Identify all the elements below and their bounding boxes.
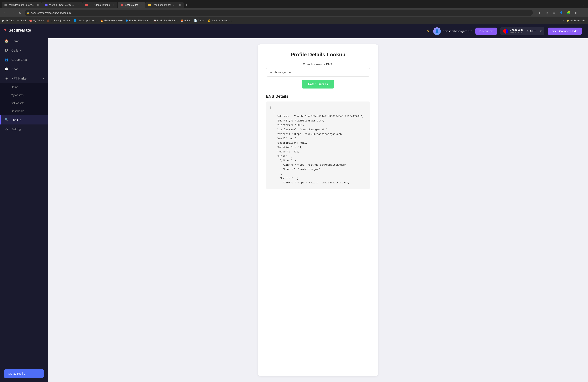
subnav-dashboard[interactable]: Dashboard [0, 107, 48, 115]
main-inner: Profile Details Lookup Enter Address or … [48, 38, 588, 382]
tab-close-securemate[interactable]: ✕ [140, 4, 142, 6]
address-bar[interactable]: 🔒 securemate.vercel.app/app/lookup [25, 10, 533, 16]
tab-label-github: sambitsargam/SecureMate: S... [9, 4, 35, 6]
open-connect-modal-button[interactable]: Open Connect Modal [547, 28, 582, 35]
tab-label-ethglobal: ETHGlobal Istanbul [90, 4, 110, 6]
forward-button[interactable]: → [10, 11, 16, 15]
menu-icon[interactable]: ⋮ [580, 10, 586, 16]
lookup-icon: 🔍 [5, 118, 9, 122]
bookmark-remix[interactable]: 🔷 Remix - Ethereum... [126, 19, 151, 22]
logo-text: SecureMate [9, 28, 31, 33]
bookmark-jsalgo[interactable]: 📘 JavaScript Algorit... [73, 19, 98, 22]
extension-icon[interactable]: 🧩 [566, 10, 571, 16]
disconnect-button[interactable]: Disconnect [475, 28, 497, 35]
fetch-details-button[interactable]: Fetch Details [302, 80, 335, 89]
subnav-home[interactable]: Home [0, 83, 48, 91]
user-info: 👤 dev.sambitsargam.eth [433, 27, 472, 35]
lookup-card: Profile Details Lookup Enter Address or … [258, 44, 378, 376]
groupchat-icon: 👥 [5, 58, 9, 61]
tab-icon-github [4, 4, 7, 6]
chat-icon: 💬 [5, 67, 9, 71]
input-label: Enter Address or ENS: [266, 62, 370, 66]
tab-github[interactable]: sambitsargam/SecureMate: S... ✕ [1, 1, 42, 8]
tab-logomaker[interactable]: Free Logo Maker - Get Custo... ✕ [146, 1, 184, 8]
tab-ethglobal[interactable]: ETHGlobal Istanbul ✕ [83, 1, 117, 8]
sidebar-item-chat[interactable]: 💬 Chat [0, 64, 48, 74]
bookmark-gitlab[interactable]: 🦊 GitLab [180, 19, 191, 22]
tab-icon-logomaker [148, 4, 151, 6]
bookmark-linkedin[interactable]: 💼 (2) Feed | LinkedIn [47, 19, 71, 22]
sidebar-item-gallery[interactable]: 🖼 Gallery [0, 46, 48, 55]
create-profile-button[interactable]: Create Profile + [4, 369, 44, 378]
bookmarks-bar: ▶ YouTube ✉ Gmail 🐙 My Github 💼 (2) Feed… [0, 17, 588, 24]
subnav-myassets[interactable]: My Assets [0, 91, 48, 99]
main-content: Profile Details Lookup Enter Address or … [48, 38, 588, 382]
tab-label-worldid: World ID Chat Verification [49, 4, 75, 6]
subnav-sellassets[interactable]: Sell Assets [0, 99, 48, 107]
sidebar-logo: ♥ SecureMate [0, 24, 48, 36]
tab-icon-securemate [121, 4, 123, 6]
new-tab-button[interactable]: + [184, 2, 189, 8]
address-text: securemate.vercel.app/app/lookup [31, 11, 71, 14]
bookmark-sambit[interactable]: 🐱 Sambit's Github s... [207, 19, 232, 22]
address-bar-row: ← → ↻ 🔒 securemate.vercel.app/app/lookup… [0, 8, 588, 17]
bookmark-icon[interactable]: ☆ [551, 10, 557, 16]
ens-address-input[interactable] [266, 68, 370, 76]
sidebar-item-lookup[interactable]: 🔍 Lookup [0, 115, 48, 124]
nft-submenu: Home My Assets Sell Assets Dashboard [0, 83, 48, 115]
tab-bar: sambitsargam/SecureMate: S... ✕ World ID… [0, 0, 588, 8]
chain-name: Chain 5001 [510, 28, 524, 31]
sidebar-item-label-groupchat: Group Chat [11, 58, 27, 61]
bookmark-folder[interactable]: 📁 All Bookmarks [567, 19, 586, 22]
tab-icon-ethglobal [85, 4, 88, 6]
sidebar-item-label-chat: Chat [11, 67, 18, 71]
sidebar-item-label-gallery: Gallery [11, 49, 21, 52]
sidebar-item-groupchat[interactable]: 👥 Group Chat [0, 55, 48, 64]
chain-dropdown-icon: ▾ [540, 29, 542, 33]
sidebar-item-label-setting: Setting [11, 128, 21, 131]
reload-button[interactable]: ↻ [18, 11, 22, 15]
bookmark-github[interactable]: 🐙 My Github [29, 19, 44, 22]
sidebar-item-nftmarket[interactable]: ◈ NFT Market ▾ [0, 74, 48, 83]
chain-icon [503, 29, 508, 34]
sidebar-item-home[interactable]: 🏠 Home [0, 36, 48, 46]
tab-close-logomaker[interactable]: ✕ [179, 4, 181, 6]
tab-label-logomaker: Free Logo Maker - Get Custo... [153, 4, 177, 6]
bookmark-pages[interactable]: 📄 Pages [194, 19, 205, 22]
share-icon[interactable]: ⎙ [544, 10, 550, 16]
sidebar-nav: 🏠 Home 🖼 Gallery 👥 Group Chat 💬 Chat ◈ N… [0, 36, 48, 367]
tab-icon-worldid [45, 4, 48, 6]
tab-close-ethglobal[interactable]: ✕ [113, 4, 115, 6]
download-icon[interactable]: ⬇ [537, 10, 542, 16]
tab-securemate[interactable]: SecureMate ✕ [118, 1, 145, 8]
back-button[interactable]: ← [2, 11, 8, 15]
user-ens: dev.sambitsargam.eth [443, 29, 472, 33]
sidebar-item-label-nftmarket: NFT Market [11, 77, 27, 80]
card-title: Profile Details Lookup [266, 52, 370, 58]
chain-info[interactable]: Chain 5001 0×46e...6a0f 0.00 ETH ▾ [500, 27, 545, 35]
browser-chrome: sambitsargam/SecureMate: S... ✕ World ID… [0, 0, 588, 24]
chain-address: 0×46e...6a0f [510, 31, 524, 34]
subnav-myassets-label: My Assets [11, 94, 24, 97]
theme-toggle-icon[interactable]: ☀ [426, 29, 430, 34]
tab-close-worldid[interactable]: ✕ [77, 4, 79, 6]
profile-icon[interactable]: 👤 [558, 10, 564, 16]
app-container: ♥ SecureMate 🏠 Home 🖼 Gallery 👥 Group Ch… [0, 24, 588, 382]
bookmark-basicjs[interactable]: 📖 Basic JavaScript:... [153, 19, 178, 22]
bookmark-more[interactable]: » [562, 19, 564, 22]
sidebar-item-setting[interactable]: ⚙ Setting [0, 124, 48, 134]
bookmark-youtube[interactable]: ▶ YouTube [2, 19, 14, 22]
ens-code-block: [ { "address": "0xadbb2bae7f0cd584491c35… [266, 101, 370, 189]
tab-close-github[interactable]: ✕ [37, 4, 39, 6]
bookmark-firebase[interactable]: 🔥 Firebase console [100, 19, 122, 22]
window-icon[interactable]: ▣ [573, 10, 578, 16]
home-icon: 🏠 [5, 39, 9, 43]
chain-details: Chain 5001 0×46e...6a0f [510, 28, 524, 34]
tab-worldid[interactable]: World ID Chat Verification ✕ [42, 1, 82, 8]
tab-menu-button[interactable]: ⌄ [581, 3, 587, 7]
gallery-icon: 🖼 [5, 49, 9, 52]
subnav-sellassets-label: Sell Assets [11, 101, 24, 105]
nftmarket-arrow-icon: ▾ [42, 77, 44, 80]
app-header: ☀ 👤 dev.sambitsargam.eth Disconnect Chai… [48, 24, 588, 38]
bookmark-gmail[interactable]: ✉ Gmail [17, 19, 26, 22]
